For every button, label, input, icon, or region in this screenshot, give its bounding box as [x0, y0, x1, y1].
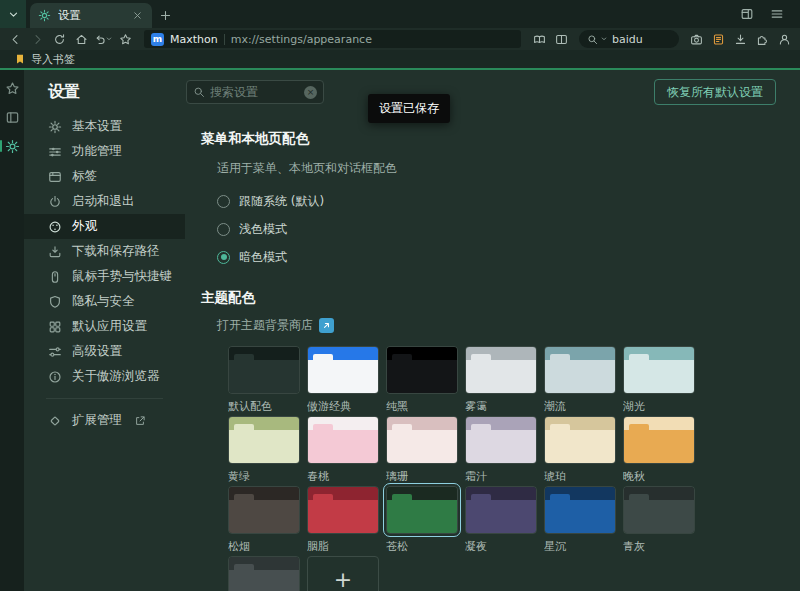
- tab-close-button[interactable]: [130, 9, 144, 23]
- sliders-icon: [48, 145, 62, 159]
- extension-icon: [48, 414, 62, 428]
- theme-swatch-16[interactable]: [544, 486, 616, 534]
- theme-swatch-15[interactable]: [465, 486, 537, 534]
- theme-name: 胭脂: [307, 539, 379, 552]
- url-separator: [224, 34, 225, 45]
- theme-swatch-2[interactable]: [386, 346, 458, 394]
- theme-swatch-6[interactable]: [228, 416, 300, 464]
- quick-search-box[interactable]: baidu: [579, 30, 679, 48]
- theme-swatch-11[interactable]: [623, 416, 695, 464]
- caret-down-icon: [105, 35, 113, 43]
- quick-access-button[interactable]: [0, 0, 26, 28]
- color-section-title: 菜单和本地页配色: [201, 130, 800, 148]
- sidebar-item-label: 隐私与安全: [72, 293, 135, 310]
- extensions-button[interactable]: [752, 29, 773, 49]
- theme-swatch-4[interactable]: [544, 346, 616, 394]
- color-mode-option-0[interactable]: 跟随系统 (默认): [217, 187, 800, 215]
- color-mode-option-1[interactable]: 浅色模式: [217, 215, 800, 243]
- address-bar[interactable]: m Maxthon mx://settings/appearance: [144, 30, 521, 48]
- screenshot-button[interactable]: [686, 29, 707, 49]
- navigation-bar: m Maxthon mx://settings/appearance baidu: [0, 28, 800, 50]
- info-icon: [48, 370, 62, 384]
- user-icon: [778, 33, 791, 46]
- reader-mode-button[interactable]: [529, 29, 550, 49]
- add-theme-button[interactable]: +: [307, 556, 379, 591]
- theme-swatch-5[interactable]: [623, 346, 695, 394]
- sidebar-item-6[interactable]: 鼠标手势与快捷键: [24, 264, 185, 289]
- theme-swatch-18[interactable]: [228, 556, 300, 591]
- forward-button[interactable]: [27, 29, 48, 49]
- settings-search-input[interactable]: [210, 85, 299, 99]
- split-screen-icon: [555, 33, 568, 46]
- theme-swatch-9[interactable]: [465, 416, 537, 464]
- theme-grid: 默认配色傲游经典纯黑雾霭潮流湖光黄绿春桃璃珊霜汁琥珀晚秋松烟胭脂苍松凝夜星沉青灰…: [228, 346, 800, 591]
- theme-swatch-0[interactable]: [228, 346, 300, 394]
- sidebar-item-7[interactable]: 隐私与安全: [24, 289, 185, 314]
- profile-button[interactable]: [774, 29, 795, 49]
- sidebar-item-2[interactable]: 标签: [24, 164, 185, 189]
- search-engine-value: baidu: [612, 33, 643, 46]
- back-button[interactable]: [5, 29, 26, 49]
- menu-divider: [46, 398, 163, 399]
- restore-defaults-button[interactable]: 恢复所有默认设置: [654, 79, 776, 105]
- main-menu-button[interactable]: [762, 0, 792, 28]
- theme-store-link[interactable]: 打开主题背景商店: [217, 317, 800, 334]
- download-icon: [734, 33, 747, 46]
- theme-name: 青灰: [623, 539, 695, 552]
- theme-swatch-3[interactable]: [465, 346, 537, 394]
- sidebar-item-3[interactable]: 启动和退出: [24, 189, 185, 214]
- new-tab-button[interactable]: [152, 3, 178, 28]
- settings-search-box[interactable]: ×: [186, 80, 324, 104]
- window-layout-button[interactable]: [732, 0, 762, 28]
- import-bookmarks-button[interactable]: 导入书签: [8, 51, 81, 67]
- layout-icon: [740, 7, 754, 21]
- maxnote-button[interactable]: [708, 29, 729, 49]
- color-mode-option-2[interactable]: 暗色模式: [217, 243, 800, 271]
- home-button[interactable]: [71, 29, 92, 49]
- theme-section-title: 主题配色: [201, 289, 800, 307]
- sidebar-item-1[interactable]: 功能管理: [24, 139, 185, 164]
- apps-icon: [48, 320, 62, 334]
- clear-search-icon[interactable]: ×: [304, 86, 317, 99]
- sidebar-item-label: 扩展管理: [72, 412, 122, 429]
- theme-swatch-13[interactable]: [307, 486, 379, 534]
- theme-swatch-12[interactable]: [228, 486, 300, 534]
- theme-swatch-10[interactable]: [544, 416, 616, 464]
- theme-name: 苍松: [386, 539, 458, 552]
- search-icon: [587, 34, 598, 45]
- sidebar-item-5[interactable]: 下载和保存路径: [24, 239, 185, 264]
- main-area: 设置 × 恢复所有默认设置 基本设置功能管理标签启动和退出外观下载和保存路径鼠标…: [0, 70, 800, 591]
- theme-swatch-8[interactable]: [386, 416, 458, 464]
- theme-swatch-1[interactable]: [307, 346, 379, 394]
- theme-swatch-14[interactable]: [386, 486, 458, 534]
- sidebar-item-9[interactable]: 高级设置: [24, 339, 185, 364]
- radio-label: 浅色模式: [239, 221, 287, 238]
- tune-icon: [48, 345, 62, 359]
- undo-closed-tab-button[interactable]: [93, 29, 114, 49]
- rail-settings-button[interactable]: [4, 138, 20, 154]
- sidebar-item-0[interactable]: 基本设置: [24, 114, 185, 139]
- favorites-button[interactable]: [115, 29, 136, 49]
- split-screen-button[interactable]: [551, 29, 572, 49]
- gear-icon: [5, 139, 20, 154]
- rail-favorites-button[interactable]: [4, 80, 20, 96]
- sidebar-item-extensions[interactable]: 扩展管理: [24, 408, 185, 433]
- sidebar-item-8[interactable]: 默认应用设置: [24, 314, 185, 339]
- palette-icon: [48, 220, 62, 234]
- rail-panels-button[interactable]: [4, 109, 20, 125]
- sidebar-item-4[interactable]: 外观: [24, 214, 185, 239]
- downloads-button[interactable]: [730, 29, 751, 49]
- external-store-icon: [319, 318, 334, 333]
- browser-tab-settings[interactable]: 设置: [30, 3, 152, 28]
- sidebar-item-label: 功能管理: [72, 143, 122, 160]
- theme-swatch-7[interactable]: [307, 416, 379, 464]
- refresh-button[interactable]: [49, 29, 70, 49]
- color-mode-options: 跟随系统 (默认)浅色模式暗色模式: [217, 187, 800, 271]
- sidebar-item-label: 外观: [72, 218, 97, 235]
- downpath-icon: [48, 245, 62, 259]
- saved-toast: 设置已保存: [368, 94, 450, 123]
- sidebar-item-10[interactable]: 关于傲游浏览器: [24, 364, 185, 389]
- theme-swatch-17[interactable]: [623, 486, 695, 534]
- panels-icon: [5, 110, 20, 125]
- sidebar-item-label: 关于傲游浏览器: [72, 368, 160, 385]
